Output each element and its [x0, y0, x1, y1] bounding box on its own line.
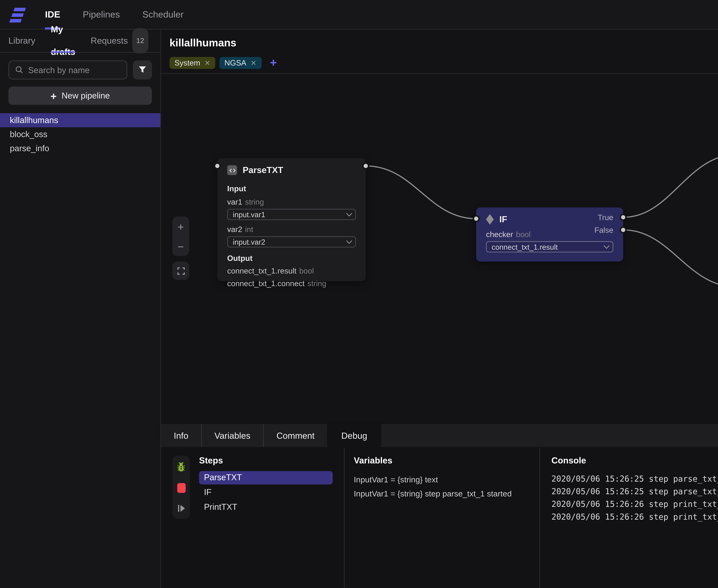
app-window: IDE Pipelines Scheduler Library My draft…	[0, 0, 718, 588]
zoom-in-button[interactable]: +	[172, 217, 189, 236]
console-line: 2020/05/06 15:26:26 step print_txt_1 sta…	[551, 498, 718, 510]
false-port[interactable]	[620, 226, 627, 233]
var2-select[interactable]: input.var2	[227, 236, 356, 248]
variable-entry: InputVar1 = {string} step parse_txt_1 st…	[354, 486, 539, 501]
chevron-down-icon	[346, 210, 352, 216]
console-line: 2020/05/06 15:26:26 step print_txt_1 fai…	[551, 510, 718, 523]
zoom-out-button[interactable]: −	[172, 236, 189, 256]
pipelines-sidebar: Library My drafts Requests12 + New pipel…	[0, 29, 161, 588]
play-step-icon	[176, 503, 186, 513]
field-var2: var2int	[227, 225, 356, 233]
add-tag-button[interactable]: +	[270, 57, 277, 68]
stop-icon	[177, 483, 185, 493]
input-port[interactable]	[473, 215, 479, 222]
bottom-panel: Info Variables Comment Debug	[161, 423, 718, 588]
canvas-zoom-controls: + −	[172, 217, 189, 280]
sidebar-search	[8, 60, 127, 79]
input-port[interactable]	[214, 162, 221, 169]
remove-tag-icon[interactable]: ✕	[204, 59, 210, 66]
remove-tag-icon[interactable]: ✕	[251, 59, 257, 66]
tab-debug[interactable]: Debug	[327, 424, 381, 447]
step-over-button[interactable]	[176, 503, 186, 513]
draft-list-item[interactable]: parse_info	[0, 141, 160, 155]
tab-info[interactable]: Info	[161, 424, 202, 447]
drafts-list: killallhumans block_oss parse_info	[0, 113, 160, 155]
sidebar-filter-button[interactable]	[133, 60, 152, 79]
true-label: True	[598, 213, 613, 222]
filter-funnel-icon	[138, 65, 147, 75]
chevron-down-icon	[346, 238, 352, 244]
debug-console-column: Console 2020/05/06 15:26:25 step parse_t…	[540, 448, 718, 588]
tab-variables[interactable]: Variables	[202, 424, 264, 447]
console-line: 2020/05/06 15:26:25 step parse_txt_1 sta…	[551, 472, 718, 485]
fit-view-button[interactable]	[172, 261, 189, 280]
debug-variables-column: Variables InputVar1 = {string} textInput…	[345, 448, 539, 588]
sidebar-search-input[interactable]	[28, 65, 121, 75]
step-row[interactable]: PrintTXT	[199, 501, 333, 514]
step-row[interactable]: IF	[199, 486, 333, 499]
debug-steps-column: Steps ParseTXTIFPrintTXT	[161, 448, 344, 588]
draft-list-item[interactable]: block_oss	[0, 127, 160, 141]
plus-icon: +	[50, 89, 57, 102]
script-icon	[227, 165, 237, 175]
requests-count-badge: 12	[132, 28, 148, 54]
node-parsetxt[interactable]: ParseTXT Input var1string input.var1 var…	[217, 158, 366, 281]
field-checker: checkerbool	[486, 230, 613, 238]
tag-ngsa: NGSA✕	[220, 57, 262, 68]
nav-item-scheduler[interactable]: Scheduler	[142, 0, 184, 29]
pipeline-title: killallhumans	[169, 37, 718, 48]
pipeline-header: killallhumans System✕ NGSA✕ + Cancel Com…	[161, 29, 718, 74]
sidebar-tabs: Library My drafts Requests12	[0, 29, 160, 53]
bug-icon	[176, 461, 186, 472]
console-line: 2020/05/06 15:26:25 step parse_txt_1 fin…	[551, 485, 718, 498]
bottom-tabs: Info Variables Comment Debug	[161, 423, 718, 448]
debug-bug-button[interactable]	[176, 461, 186, 472]
tag-system: System✕	[169, 57, 215, 68]
steps-list: ParseTXTIFPrintTXT	[199, 471, 333, 514]
tab-my-drafts[interactable]: My drafts	[51, 29, 75, 52]
console-log: 2020/05/06 15:26:25 step parse_txt_1 sta…	[551, 472, 718, 523]
chevron-down-icon	[603, 243, 610, 249]
new-pipeline-button[interactable]: + New pipeline	[8, 86, 152, 105]
false-label: False	[594, 226, 613, 234]
fullscreen-icon	[176, 266, 185, 275]
tab-comment[interactable]: Comment	[264, 424, 327, 447]
search-icon	[15, 65, 24, 75]
node-if[interactable]: IF True False checkerbool connect_txt_1.…	[476, 207, 623, 261]
condition-icon	[486, 214, 494, 225]
step-row[interactable]: ParseTXT	[199, 471, 333, 484]
brand-logo-icon[interactable]	[10, 6, 27, 23]
output-port[interactable]	[362, 162, 369, 169]
variable-entry: InputVar1 = {string} text	[354, 472, 539, 486]
variables-list: InputVar1 = {string} textInputVar1 = {st…	[354, 472, 539, 501]
top-nav: IDE Pipelines Scheduler	[0, 0, 718, 29]
pipeline-canvas[interactable]: ParseTXT Input var1string input.var1 var…	[161, 74, 718, 423]
nav-item-pipelines[interactable]: Pipelines	[83, 0, 120, 29]
checker-select[interactable]: connect_txt_1.result	[486, 241, 613, 252]
true-port[interactable]	[620, 214, 627, 221]
output-connect-result: connect_txt_1.resultbool	[227, 267, 356, 275]
tab-requests[interactable]: Requests12	[91, 29, 148, 52]
draft-list-item[interactable]: killallhumans	[0, 113, 160, 127]
field-var1: var1string	[227, 197, 356, 206]
var1-select[interactable]: input.var1	[227, 209, 356, 220]
debug-toolbar	[172, 456, 190, 519]
stop-button[interactable]	[177, 483, 185, 493]
output-connect-connect: connect_txt_1.connectstring	[227, 279, 356, 288]
tab-library[interactable]: Library	[8, 29, 35, 52]
